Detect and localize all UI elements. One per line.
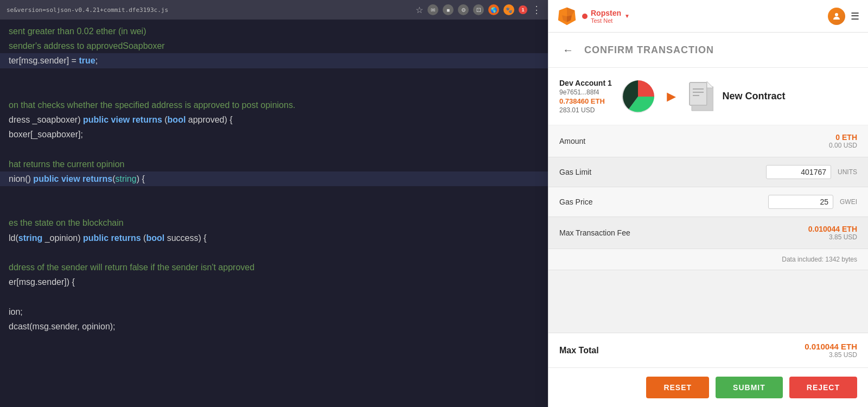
code-line bbox=[0, 289, 548, 304]
menu-dots-icon[interactable]: ⋮ bbox=[532, 4, 541, 16]
svg-rect-7 bbox=[690, 82, 707, 105]
code-line: boxer[_soapboxer]; bbox=[0, 127, 548, 142]
max-total-label: Max Total bbox=[559, 346, 599, 355]
gas-price-right: GWEI bbox=[768, 195, 857, 209]
code-line: dress _soapboxer) public view returns (b… bbox=[0, 112, 548, 127]
code-line: on that checks whether the specified add… bbox=[0, 98, 548, 112]
contract-icon bbox=[687, 81, 713, 112]
network-status-dot bbox=[582, 14, 588, 19]
account-balance-usd: 283.01 USD bbox=[559, 106, 612, 114]
gas-limit-unit: UNITS bbox=[838, 168, 857, 176]
code-line: es the state on the blockchain bbox=[0, 215, 548, 230]
max-tx-fee-label: Max Transaction Fee bbox=[559, 228, 668, 237]
data-included-info: Data included: 1342 bytes bbox=[548, 249, 868, 270]
gas-price-input[interactable] bbox=[768, 195, 833, 209]
mm-action-buttons: RESET SUBMIT REJECT bbox=[548, 367, 868, 407]
gas-limit-label: Gas Limit bbox=[559, 168, 668, 176]
account-address: 9e7651...88f4 bbox=[559, 88, 612, 96]
gas-price-label: Gas Price bbox=[559, 198, 668, 206]
mm-topbar: Ropsten Test Net ▼ ☰ bbox=[548, 0, 868, 33]
browser-icons: ☆ ✉ ■ ⚙ ⚀ 🌎 🐾 1 ⋮ bbox=[416, 4, 541, 16]
max-tx-fee-usd: 3.85 USD bbox=[808, 233, 857, 241]
svg-marker-13 bbox=[707, 81, 713, 88]
confirm-transaction-title: CONFIRM TRANSACTION bbox=[584, 44, 714, 56]
browser-icon-4[interactable]: ⚀ bbox=[473, 4, 484, 15]
reject-button[interactable]: REJECT bbox=[789, 377, 857, 398]
code-line: nion() public view returns(string) { bbox=[0, 171, 548, 186]
gas-limit-right: UNITS bbox=[766, 165, 857, 179]
submit-button[interactable]: SUBMIT bbox=[716, 377, 783, 398]
browser-topbar: se&version=soljson-v0.4.21+commit.dfe319… bbox=[0, 0, 548, 20]
amount-label: Amount bbox=[559, 137, 668, 145]
gas-limit-input[interactable] bbox=[766, 165, 831, 179]
back-button[interactable]: ← bbox=[559, 41, 577, 59]
max-tx-fee-eth: 0.010044 ETH bbox=[808, 225, 857, 233]
code-line bbox=[0, 186, 548, 201]
account-balance-eth: 0.738460 ETH bbox=[559, 97, 612, 105]
browser-icon-1[interactable]: ✉ bbox=[427, 4, 438, 15]
account-balance-pie-chart bbox=[621, 79, 655, 114]
code-line: sender's address to approvedSoapboxer bbox=[0, 39, 548, 53]
amount-field-row: Amount 0 ETH 0.00 USD bbox=[548, 125, 868, 157]
mm-network-text: Ropsten Test Net bbox=[591, 9, 621, 24]
gas-price-field-row: Gas Price GWEI bbox=[548, 187, 868, 217]
network-name: Ropsten bbox=[591, 9, 621, 17]
gas-limit-field-row: Gas Limit UNITS bbox=[548, 157, 868, 187]
mm-network-selector[interactable]: Ropsten Test Net ▼ bbox=[582, 9, 630, 24]
browser-icon-6[interactable]: 🐾 bbox=[503, 4, 514, 15]
max-total-eth: 0.010044 ETH bbox=[805, 342, 857, 351]
amount-usd-value: 0.00 USD bbox=[829, 142, 857, 149]
code-line bbox=[0, 201, 548, 215]
gas-price-unit: GWEI bbox=[840, 198, 857, 206]
mm-header: ← CONFIRM TRANSACTION bbox=[548, 33, 868, 68]
network-sub: Test Net bbox=[591, 17, 621, 24]
account-name: Dev Account 1 bbox=[559, 79, 612, 87]
code-line: ddress of the sender will return false i… bbox=[0, 260, 548, 275]
code-line: er[msg.sender]) { bbox=[0, 275, 548, 289]
browser-icon-3[interactable]: ⚙ bbox=[458, 4, 469, 15]
code-line: dcast(msg.sender, opinion); bbox=[0, 319, 548, 334]
metamask-popup: Ropsten Test Net ▼ ☰ ← CONFIRM TRANSACTI… bbox=[548, 0, 868, 407]
code-line: hat returns the current opinion bbox=[0, 157, 548, 171]
code-content: sent greater than 0.02 ether (in wei) se… bbox=[0, 20, 548, 407]
star-icon[interactable]: ☆ bbox=[416, 5, 423, 15]
code-line bbox=[0, 83, 548, 98]
browser-icon-2[interactable]: ■ bbox=[443, 4, 454, 15]
mm-account-section: Dev Account 1 9e7651...88f4 0.738460 ETH… bbox=[548, 68, 868, 125]
browser-url: se&version=soljson-v0.4.21+commit.dfe319… bbox=[7, 7, 168, 14]
notification-badge: 1 bbox=[519, 5, 527, 14]
code-line bbox=[0, 68, 548, 83]
code-line: sent greater than 0.02 ether (in wei) bbox=[0, 24, 548, 39]
max-total-values: 0.010044 ETH 3.85 USD bbox=[805, 342, 857, 359]
mm-fields: Amount 0 ETH 0.00 USD Gas Limit UNITS Ga… bbox=[548, 125, 868, 333]
amount-values: 0 ETH 0.00 USD bbox=[829, 133, 857, 149]
code-line: ld(string _opinion) public returns (bool… bbox=[0, 231, 548, 245]
code-line: ter[msg.sender] = true; bbox=[0, 53, 548, 68]
reset-button[interactable]: RESET bbox=[646, 377, 709, 398]
network-chevron-icon: ▼ bbox=[624, 13, 630, 19]
back-arrow-icon: ← bbox=[563, 44, 573, 56]
amount-eth-value: 0 ETH bbox=[829, 133, 857, 142]
max-tx-fee-field-row: Max Transaction Fee 0.010044 ETH 3.85 US… bbox=[548, 217, 868, 249]
code-line bbox=[0, 142, 548, 157]
code-editor: se&version=soljson-v0.4.21+commit.dfe319… bbox=[0, 0, 548, 407]
max-tx-fee-values: 0.010044 ETH 3.85 USD bbox=[808, 225, 857, 241]
code-line: ion; bbox=[0, 304, 548, 319]
account-avatar-icon[interactable] bbox=[828, 8, 845, 25]
max-total-usd: 3.85 USD bbox=[805, 351, 857, 359]
mm-account-info: Dev Account 1 9e7651...88f4 0.738460 ETH… bbox=[559, 79, 612, 114]
new-contract-label: New Contract bbox=[722, 91, 785, 102]
metamask-fox-icon bbox=[557, 7, 577, 26]
max-total-row: Max Total 0.010044 ETH 3.85 USD bbox=[548, 333, 868, 367]
hamburger-menu-icon[interactable]: ☰ bbox=[851, 10, 859, 22]
svg-point-5 bbox=[835, 13, 838, 16]
browser-icon-5[interactable]: 🌎 bbox=[488, 4, 499, 15]
transaction-arrow-icon: ► bbox=[664, 88, 679, 105]
code-line bbox=[0, 245, 548, 260]
